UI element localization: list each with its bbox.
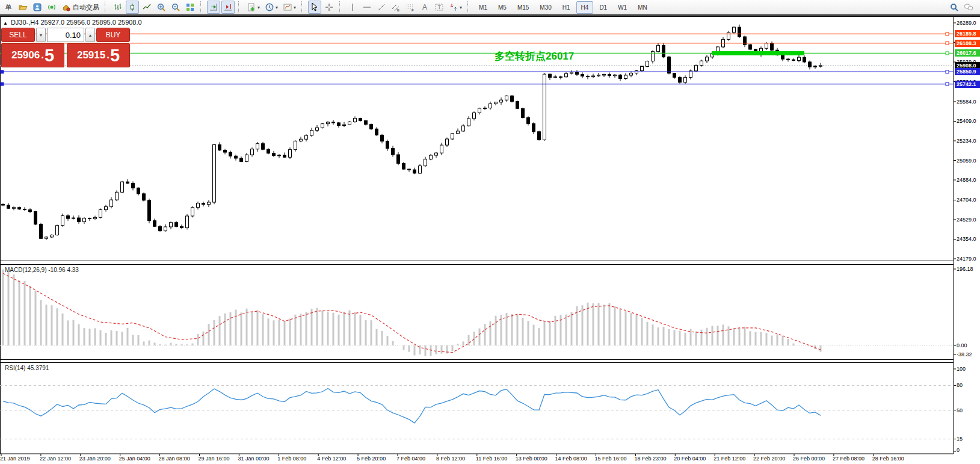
time-axis-label: 8 Feb 12:00 xyxy=(436,456,465,462)
tf-button-M15[interactable]: M15 xyxy=(513,1,534,14)
zoom-in-button[interactable] xyxy=(155,1,168,14)
auto-scroll-button[interactable] xyxy=(207,1,220,14)
macd-label: MACD(12,26,9) -10.96 4.33 xyxy=(5,267,79,273)
autotrading-button[interactable]: 自动交易 xyxy=(60,1,101,14)
sell-price[interactable]: 25906.5 xyxy=(1,43,64,67)
text-label-icon: T xyxy=(434,2,444,12)
time-axis-label: 14 Feb 08:00 xyxy=(555,456,587,462)
volume-input[interactable] xyxy=(47,28,84,42)
signal-button[interactable] xyxy=(45,1,58,14)
time-axis-label: 4 Feb 12:00 xyxy=(317,456,346,462)
search-button[interactable] xyxy=(948,1,961,14)
price-tick-label: 24354.0 xyxy=(957,236,976,242)
search-icon xyxy=(949,2,959,12)
chart-shift-icon xyxy=(223,2,233,12)
macd-scale-label: -38.32 xyxy=(957,351,972,357)
templates-button[interactable]: ▾ xyxy=(281,1,298,14)
vertical-line-button[interactable] xyxy=(346,1,359,14)
tf-button-MN[interactable]: MN xyxy=(633,1,652,14)
toolbar-separator xyxy=(467,1,471,13)
price-tick-label: 25059.0 xyxy=(957,158,976,164)
autotrading-label: 自动交易 xyxy=(73,3,99,12)
equidistant-channel-icon: E xyxy=(391,2,401,12)
tf-button-H1[interactable]: H1 xyxy=(558,1,575,14)
macd-scale-label: 0.00 xyxy=(957,342,967,348)
zoom-out-button[interactable] xyxy=(169,1,182,14)
folder-button[interactable] xyxy=(16,1,29,14)
tf-button-D1[interactable]: D1 xyxy=(594,1,612,14)
arrows-button[interactable]: ▾ xyxy=(447,1,464,14)
sell-price-pip: 5 xyxy=(45,47,54,64)
tf-button-M1[interactable]: M1 xyxy=(474,1,492,14)
chart-shift-button[interactable] xyxy=(221,1,235,14)
new-order-button[interactable]: 单 xyxy=(2,1,15,14)
fibonacci-icon: F xyxy=(405,2,415,12)
crosshair-button[interactable] xyxy=(322,1,336,14)
chart-title: DJ30-,H4 25927.0 25956.0 25895.0 25908.0 xyxy=(11,19,142,26)
tile-windows-button[interactable] xyxy=(183,1,197,14)
main-toolbar: 单 自动交易 ▾ ▾ ▾ E F A T ▾ M1M5M15M30H1H4D1W… xyxy=(0,0,980,16)
chat-bubbles-icon xyxy=(964,2,973,12)
candlestick-chart-button[interactable] xyxy=(126,1,139,14)
text-button[interactable]: A xyxy=(418,1,431,14)
folder-icon xyxy=(18,2,28,12)
time-axis-label: 20 Feb 04:00 xyxy=(674,456,706,462)
price-level-label: 26189.8 xyxy=(955,30,980,37)
annotation-text[interactable]: 多空转折点26017 xyxy=(495,49,574,63)
add-indicator-icon xyxy=(247,2,256,12)
buy-price-pip: 5 xyxy=(110,47,120,64)
horizontal-line-icon xyxy=(362,2,372,12)
price-level-label: 26017.6 xyxy=(955,49,980,57)
sell-price-dot: . xyxy=(41,49,44,61)
toolbar-separator xyxy=(339,1,343,13)
trendline-button[interactable] xyxy=(375,1,388,14)
clock-icon xyxy=(265,2,274,12)
rsi-scale-label: 15 xyxy=(957,436,963,442)
volume-increase-button[interactable]: ▲ xyxy=(85,28,95,42)
collapse-arrow-icon[interactable]: ▲ xyxy=(3,20,8,26)
time-axis-label: 31 Jan 00:00 xyxy=(238,456,269,462)
price-tick-label: 25234.0 xyxy=(957,138,976,144)
time-axis-label: 27 Feb 08:00 xyxy=(833,456,864,462)
line-chart-button[interactable] xyxy=(140,1,153,14)
time-axis-label: 22 Feb 20:00 xyxy=(753,456,785,462)
horizontal-line-button[interactable] xyxy=(360,1,374,14)
time-axis-label: 21 Feb 12:00 xyxy=(713,456,745,462)
buy-price-main: 25915 xyxy=(77,49,105,61)
svg-text:E: E xyxy=(397,8,399,12)
toolbar-separator xyxy=(200,1,204,13)
auto-scroll-icon xyxy=(209,2,218,12)
ohlc-bars-icon xyxy=(113,2,123,12)
crosshair-icon xyxy=(324,2,334,12)
text-label-button[interactable]: T xyxy=(433,1,446,14)
periods-button[interactable]: ▾ xyxy=(263,1,280,14)
indicators-button[interactable]: ▾ xyxy=(245,1,262,14)
one-click-trading-panel: SELL ▼ ▲ BUY 25906.5 25915.5 xyxy=(1,28,130,67)
text-icon: A xyxy=(420,2,430,12)
buy-button[interactable]: BUY xyxy=(96,28,130,42)
price-level-label: 25742.1 xyxy=(955,81,980,88)
chat-button[interactable] xyxy=(962,1,975,14)
tf-button-H4[interactable]: H4 xyxy=(576,1,594,14)
tf-button-M5[interactable]: M5 xyxy=(493,1,511,14)
bar-chart-button[interactable] xyxy=(111,1,125,14)
chart-canvas[interactable] xyxy=(0,0,980,464)
chart-template-icon xyxy=(283,2,292,12)
profile-button[interactable] xyxy=(31,1,44,14)
time-axis-label: 11 Feb 16:00 xyxy=(476,456,507,462)
price-tick-label: 24529.0 xyxy=(957,217,976,223)
line-chart-icon xyxy=(142,2,152,12)
fibonacci-button[interactable]: F xyxy=(404,1,417,14)
time-axis-label: 1 Feb 08:00 xyxy=(277,456,306,462)
chevron-down-icon: ▾ xyxy=(294,5,296,10)
buy-price[interactable]: 25915.5 xyxy=(67,43,130,67)
tf-button-M30[interactable]: M30 xyxy=(535,1,556,14)
channel-button[interactable]: E xyxy=(389,1,402,14)
profile-icon xyxy=(32,2,42,12)
sell-button[interactable]: SELL xyxy=(1,28,35,42)
time-axis-label: 5 Feb 20:00 xyxy=(357,456,386,462)
toolbar-separator xyxy=(301,1,305,13)
tf-button-W1[interactable]: W1 xyxy=(613,1,632,14)
volume-decrease-button[interactable]: ▼ xyxy=(36,28,46,42)
cursor-button[interactable] xyxy=(308,1,321,14)
